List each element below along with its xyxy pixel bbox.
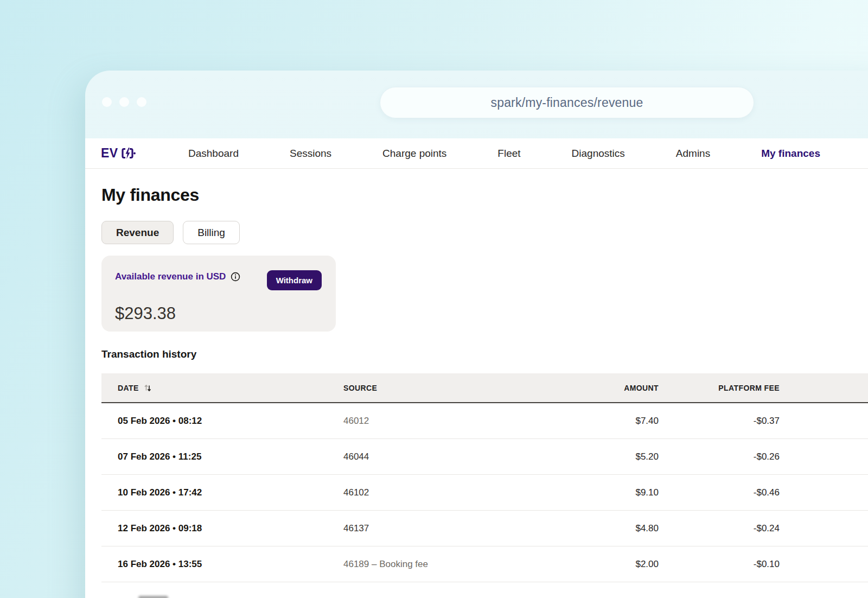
fee-cell: -$0.26	[659, 451, 780, 462]
available-revenue-card: Available revenue in USD Withdraw $293.3…	[101, 256, 336, 332]
column-header-amount: AMOUNT	[560, 384, 659, 392]
battery-bolt-icon	[120, 147, 136, 160]
withdraw-button[interactable]: Withdraw	[267, 270, 322, 290]
card-title: Available revenue in USD	[115, 271, 226, 282]
amount-cell: $2.00	[560, 559, 659, 570]
fee-cell: -$0.46	[659, 487, 780, 498]
window-controls	[102, 97, 146, 107]
table-row: 16 Feb 2026 • 13:5546189 – Booking fee$2…	[101, 546, 868, 582]
nav-item-fleet[interactable]: Fleet	[497, 148, 520, 160]
amount-cell: $9.10	[560, 487, 659, 498]
fee-cell: -$0.37	[659, 416, 780, 427]
main-content: My finances RevenueBilling Available rev…	[85, 185, 868, 598]
date-cell: 05 Feb 2026 • 08:12	[118, 416, 343, 427]
column-header-label: PLATFORM FEE	[718, 384, 780, 392]
browser-window: spark/my-finances/revenue EV DashboardSe…	[85, 71, 868, 598]
tab-revenue[interactable]: Revenue	[101, 221, 174, 244]
table-row: 05 Feb 2026 • 08:1246012$7.40-$0.37	[101, 403, 868, 439]
desktop-background: { "browser": { "url": "spark/my-finances…	[0, 0, 868, 598]
nav-item-my-finances[interactable]: My finances	[761, 148, 820, 160]
column-header-date[interactable]: DATE	[118, 384, 343, 392]
table-header: DATESOURCEAMOUNTPLATFORM FEE	[101, 373, 868, 403]
clipped-row-text	[138, 596, 168, 598]
date-cell: 12 Feb 2026 • 09:18	[118, 523, 343, 534]
sort-arrows-icon	[144, 384, 152, 392]
tab-billing[interactable]: Billing	[183, 221, 240, 244]
date-cell: 10 Feb 2026 • 17:42	[118, 487, 343, 498]
url-text: spark/my-finances/revenue	[490, 96, 643, 110]
browser-chrome: spark/my-finances/revenue	[85, 71, 868, 138]
nav-item-sessions[interactable]: Sessions	[290, 148, 331, 160]
table-row-partial	[101, 582, 868, 598]
fee-cell: -$0.10	[659, 559, 780, 570]
table-body: 05 Feb 2026 • 08:1246012$7.40-$0.3707 Fe…	[101, 403, 868, 598]
column-header-label: SOURCE	[343, 384, 377, 392]
amount-cell: $7.40	[560, 416, 659, 427]
source-cell: 46044	[343, 451, 560, 462]
window-control-dot[interactable]	[119, 97, 129, 107]
nav-items: DashboardSessionsCharge pointsFleetDiagn…	[188, 148, 820, 160]
available-revenue-amount: $293.38	[115, 304, 176, 323]
logo-text: EV	[101, 146, 118, 161]
nav-item-admins[interactable]: Admins	[676, 148, 710, 160]
source-cell: 46012	[343, 416, 560, 427]
info-icon[interactable]	[231, 272, 240, 282]
table-row: 10 Feb 2026 • 17:4246102$9.10-$0.46	[101, 475, 868, 511]
page-title: My finances	[101, 185, 868, 205]
date-cell: 07 Feb 2026 • 11:25	[118, 451, 343, 462]
column-header-label: AMOUNT	[624, 384, 659, 392]
source-cell: 46189 – Booking fee	[343, 559, 560, 570]
fee-cell: -$0.24	[659, 523, 780, 534]
app-page: EV DashboardSessionsCharge pointsFleetDi…	[85, 138, 868, 598]
app-logo[interactable]: EV	[101, 146, 136, 161]
date-cell: 16 Feb 2026 • 13:55	[118, 559, 343, 570]
nav-item-dashboard[interactable]: Dashboard	[188, 148, 239, 160]
column-header-label: DATE	[118, 384, 139, 392]
card-title-row: Available revenue in USD	[115, 271, 240, 282]
window-control-dot[interactable]	[102, 97, 112, 107]
nav-item-diagnostics[interactable]: Diagnostics	[572, 148, 625, 160]
transaction-table: DATESOURCEAMOUNTPLATFORM FEE 05 Feb 2026…	[101, 373, 868, 598]
amount-cell: $5.20	[560, 451, 659, 462]
table-row: 07 Feb 2026 • 11:2546044$5.20-$0.26	[101, 439, 868, 475]
amount-cell: $4.80	[560, 523, 659, 534]
finance-tabs: RevenueBilling	[101, 221, 868, 244]
top-navigation: EV DashboardSessionsCharge pointsFleetDi…	[85, 138, 868, 169]
source-cell: 46137	[343, 523, 560, 534]
nav-item-charge-points[interactable]: Charge points	[382, 148, 446, 160]
url-bar[interactable]: spark/my-finances/revenue	[380, 87, 754, 118]
column-header-source: SOURCE	[343, 384, 560, 392]
transaction-history-title: Transaction history	[101, 348, 868, 360]
table-row: 12 Feb 2026 • 09:1846137$4.80-$0.24	[101, 511, 868, 546]
window-control-dot[interactable]	[137, 97, 146, 107]
column-header-fee: PLATFORM FEE	[659, 384, 780, 392]
source-cell: 46102	[343, 487, 560, 498]
